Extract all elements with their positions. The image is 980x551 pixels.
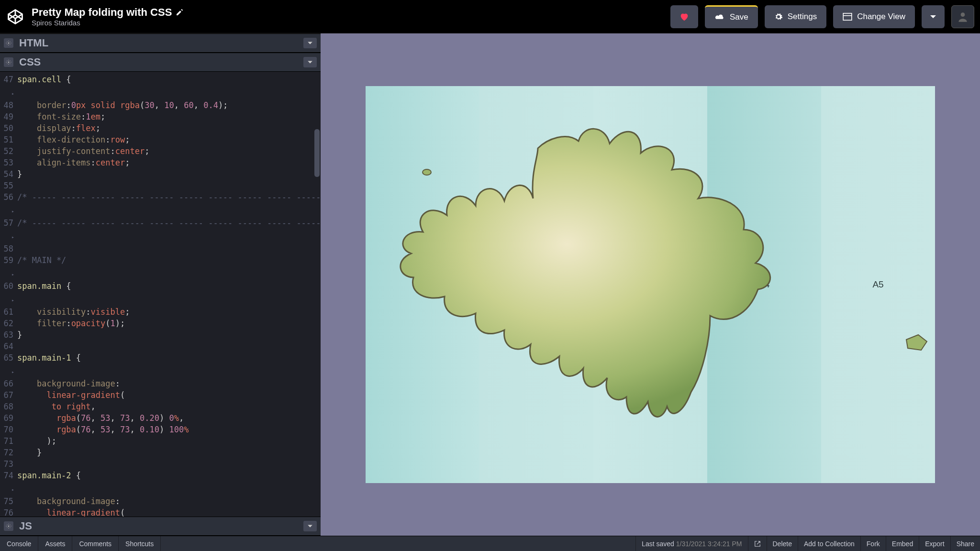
gear-icon	[774, 12, 783, 21]
code-line[interactable]: 60span.main {	[0, 280, 321, 306]
open-window-button[interactable]	[748, 536, 767, 551]
svg-point-4	[8, 62, 10, 63]
code-line[interactable]: 75 background-image:	[0, 496, 321, 507]
html-panel-label: HTML	[19, 37, 298, 49]
title-block: Pretty Map folding with CSS Spiros Stari…	[32, 6, 183, 27]
settings-button[interactable]: Settings	[765, 5, 826, 28]
chevron-down-icon	[930, 14, 936, 19]
chevron-down-icon	[307, 60, 313, 64]
add-collection-button[interactable]: Add to Collection	[798, 536, 860, 551]
save-button[interactable]: Save	[705, 5, 758, 28]
svg-point-3	[8, 43, 10, 44]
code-line[interactable]: 54}	[0, 168, 321, 180]
preview-pane: A1 A2 A3 A4 A5	[321, 33, 980, 536]
code-line[interactable]: 59/* MAIN */	[0, 254, 321, 280]
map-label: A1	[417, 279, 428, 290]
comments-button[interactable]: Comments	[72, 536, 119, 551]
map-panel-a2: A2	[479, 86, 593, 483]
code-line[interactable]: 52 justify-content:center;	[0, 145, 321, 157]
fork-button[interactable]: Fork	[860, 536, 886, 551]
pen-title[interactable]: Pretty Map folding with CSS	[32, 6, 172, 19]
css-settings-icon[interactable]	[4, 57, 13, 67]
js-panel-toggle[interactable]	[303, 521, 317, 531]
codepen-logo[interactable]	[6, 7, 25, 26]
chevron-down-icon	[307, 524, 313, 528]
editor-column: HTML CSS 47span.cell {48 border:0px soli…	[0, 33, 321, 536]
map-panel-a5: A5	[821, 86, 935, 483]
code-line[interactable]: 76 linear-gradient(	[0, 507, 321, 517]
external-link-icon	[754, 540, 761, 547]
code-line[interactable]: 68 to right,	[0, 401, 321, 412]
save-label: Save	[730, 12, 748, 22]
console-button[interactable]: Console	[0, 536, 38, 551]
css-panel-label: CSS	[19, 56, 298, 68]
code-line[interactable]: 66 background-image:	[0, 378, 321, 389]
code-line[interactable]: 64	[0, 341, 321, 352]
html-panel-header[interactable]: HTML	[0, 33, 321, 53]
assets-button[interactable]: Assets	[38, 536, 72, 551]
code-line[interactable]: 74span.main-2 {	[0, 470, 321, 496]
map-panel-a3: A3	[593, 86, 707, 483]
code-line[interactable]: 62 filter:opacity(1);	[0, 318, 321, 329]
footer-bar: Console Assets Comments Shortcuts Last s…	[0, 536, 980, 551]
map-panel-a1: A1	[366, 86, 479, 483]
heart-icon	[679, 11, 690, 22]
cloud-icon	[714, 13, 725, 21]
code-line[interactable]: 51 flex-direction:row;	[0, 134, 321, 145]
code-line[interactable]: 72 }	[0, 447, 321, 458]
editor-scrollbar[interactable]	[314, 129, 320, 177]
map-panel-a4: A4	[707, 86, 821, 483]
shortcuts-button[interactable]: Shortcuts	[119, 536, 161, 551]
export-button[interactable]: Export	[919, 536, 950, 551]
code-line[interactable]: 56/* ----- ----- ----- ----- ----- -----…	[0, 191, 321, 217]
svg-point-5	[8, 526, 10, 527]
map-canvas: A1 A2 A3 A4 A5	[366, 86, 935, 483]
share-button[interactable]: Share	[950, 536, 980, 551]
code-line[interactable]: 49 font-size:1em;	[0, 111, 321, 122]
code-line[interactable]: 50 display:flex;	[0, 122, 321, 134]
map-label: A5	[872, 279, 883, 290]
code-line[interactable]: 48 border:0px solid rgba(30, 10, 60, 0.4…	[0, 99, 321, 111]
embed-button[interactable]: Embed	[886, 536, 919, 551]
delete-button[interactable]: Delete	[767, 536, 798, 551]
change-view-label: Change View	[857, 12, 905, 22]
code-line[interactable]: 70 rgba(76, 53, 73, 0.10) 100%	[0, 424, 321, 435]
html-panel-toggle[interactable]	[303, 38, 317, 48]
layout-icon	[843, 13, 852, 21]
chevron-down-icon	[307, 41, 313, 45]
map-label: A3	[645, 279, 656, 290]
code-line[interactable]: 58	[0, 243, 321, 254]
code-line[interactable]: 71 );	[0, 435, 321, 447]
js-panel-label: JS	[19, 520, 298, 532]
js-panel-header[interactable]: JS	[0, 517, 321, 536]
top-bar: Pretty Map folding with CSS Spiros Stari…	[0, 0, 980, 33]
code-line[interactable]: 55	[0, 180, 321, 191]
code-line[interactable]: 63}	[0, 329, 321, 341]
edit-title-icon[interactable]	[176, 9, 183, 16]
user-avatar[interactable]	[951, 5, 974, 28]
last-saved: Last saved 1/31/2021 3:24:21 PM	[635, 536, 747, 551]
heart-button[interactable]	[670, 5, 698, 28]
svg-point-2	[961, 12, 965, 17]
css-panel-header[interactable]: CSS	[0, 53, 321, 72]
code-line[interactable]: 53 align-items:center;	[0, 157, 321, 168]
code-line[interactable]: 47span.cell {	[0, 74, 321, 99]
settings-label: Settings	[788, 12, 817, 22]
css-panel-toggle[interactable]	[303, 57, 317, 67]
change-view-button[interactable]: Change View	[833, 5, 915, 28]
map-label: A4	[758, 279, 769, 290]
code-line[interactable]: 65span.main-1 {	[0, 352, 321, 378]
code-line[interactable]: 61 visibility:visible;	[0, 306, 321, 318]
map-label: A2	[531, 279, 542, 290]
main-area: HTML CSS 47span.cell {48 border:0px soli…	[0, 33, 980, 536]
css-editor[interactable]: 47span.cell {48 border:0px solid rgba(30…	[0, 72, 321, 517]
code-line[interactable]: 67 linear-gradient(	[0, 389, 321, 401]
code-line[interactable]: 69 rgba(76, 53, 73, 0.20) 0%,	[0, 412, 321, 424]
change-view-dropdown[interactable]	[922, 5, 945, 28]
code-line[interactable]: 57/* ----- ----- ----- ----- ----- -----…	[0, 217, 321, 243]
author-name[interactable]: Spiros Staridas	[32, 19, 183, 27]
code-line[interactable]: 73	[0, 458, 321, 470]
html-settings-icon[interactable]	[4, 38, 13, 48]
svg-rect-0	[843, 13, 852, 20]
js-settings-icon[interactable]	[4, 521, 13, 531]
